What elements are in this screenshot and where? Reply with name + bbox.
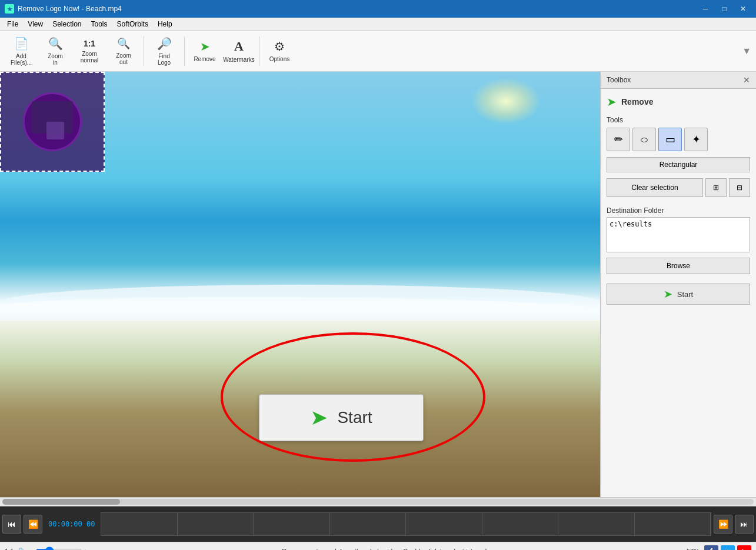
tick-6 [482,513,558,535]
remove-section-icon: ➤ [607,95,617,109]
start-button[interactable]: ➤ Start [607,284,750,305]
menu-tools[interactable]: Tools [86,19,112,29]
menu-bar: File View Selection Tools SoftOrbits Hel… [0,18,756,31]
menu-softorbits[interactable]: SoftOrbits [112,19,153,29]
title-bar: ★ Remove Logo Now! - Beach.mp4 ─ □ ✕ [0,0,756,18]
horizontal-scrollbar[interactable] [0,497,756,506]
timeline-track[interactable] [101,512,711,536]
remove-icon: ➤ [200,39,210,54]
toolbar-separator-3 [259,36,259,66]
browse-button[interactable]: Browse [607,258,750,274]
zoom-in-icon: 🔍 [48,36,63,51]
toolbox-title: Toolbox [607,76,631,84]
sun-glow [471,78,541,125]
scroll-thumb[interactable] [2,499,120,505]
watermarks-button[interactable]: A Watermarks [222,34,255,69]
options-icon: ⚙ [274,39,285,54]
watermarks-icon: A [234,39,244,54]
zoom-level: 57% [687,548,700,551]
brush-tool-button[interactable]: ⬭ [632,128,656,151]
add-files-icon: 📄 [14,36,29,51]
logo-selection-box[interactable] [0,72,105,172]
pencil-icon: ✏ [614,133,623,146]
zoom-slider-area[interactable]: − + [30,548,87,551]
timeline-back-button[interactable]: ⏪ [24,515,42,534]
rectangular-label: Rectangular [607,157,750,172]
logo-lock [46,122,64,139]
pencil-tool-button[interactable]: ✏ [607,128,630,151]
remove-header: ➤ Remove [607,95,750,109]
timeline-to-start-button[interactable]: ⏮ [2,515,21,534]
facebook-icon[interactable]: f [704,545,718,551]
zoom-out-button[interactable]: 🔍 Zoomout [107,34,140,69]
timeline: ⏮ ⏪ 00:00:00 00 ⏩ ⏭ [0,506,756,542]
zoom-normal-icon: 1:1 [84,39,95,48]
options-label: Options [269,56,289,62]
toolbar-separator-2 [184,36,185,66]
zoom-slider[interactable] [35,548,82,551]
options-button[interactable]: ⚙ Options [263,34,296,69]
magic-select-icon: ✦ [692,133,701,146]
menu-help[interactable]: Help [153,19,177,29]
zoom-out-icon: 🔍 [117,37,130,50]
find-logo-icon: 🔎 [157,36,172,51]
tick-1 [101,513,177,535]
select-all-icon: ⊞ [713,184,719,192]
toolbox-close-button[interactable]: ✕ [743,75,750,85]
add-files-button[interactable]: 📄 AddFile(s)... [5,34,38,69]
tick-8 [635,513,711,535]
zoom-in-label: Zoomin [48,53,63,66]
magic-select-tool-button[interactable]: ✦ [684,128,708,151]
zoom-out-label: Zoomout [116,52,131,65]
zoom-in-button[interactable]: 🔍 Zoomin [39,34,72,69]
rect-select-icon: ▭ [665,133,675,146]
minimize-button[interactable]: ─ [697,3,714,15]
timeline-to-end-button[interactable]: ⏭ [735,515,754,534]
zoom-normal-label: Zoomnormal [81,51,99,64]
status-social-icons: f 🐦 ▶ [704,545,751,551]
twitter-icon[interactable]: 🐦 [721,545,735,551]
menu-file[interactable]: File [2,19,23,29]
select-all-button[interactable]: ⊞ [705,178,727,197]
youtube-icon[interactable]: ▶ [737,545,751,551]
logo-shape [17,86,88,157]
menu-view[interactable]: View [23,19,48,29]
brush-icon: ⬭ [641,135,648,145]
zoom-plus-icon[interactable]: + [84,548,87,551]
remove-button[interactable]: ➤ Remove [188,34,221,69]
clear-selection-button[interactable]: Clear selection [607,178,703,197]
tick-3 [254,513,329,535]
start-label: Start [677,290,693,299]
toolbar-separator-1 [144,36,144,66]
tick-5 [406,513,482,535]
rect-select-tool-button[interactable]: ▭ [658,128,682,151]
app-icon: ★ [5,4,14,14]
find-logo-label: FindLogo [158,53,171,66]
maximize-button[interactable]: □ [716,3,732,15]
menu-selection[interactable]: Selection [48,19,86,29]
tick-2 [178,513,254,535]
timeline-forward-button[interactable]: ⏩ [714,515,732,534]
canvas-start-button[interactable]: ➤ Start [259,394,424,441]
toolbox-header: Toolbox ✕ [601,72,756,89]
toolbox-panel: Toolbox ✕ ➤ Remove Tools ✏ ⬭ ▭ ✦ [600,72,756,497]
destination-folder-label: Destination Folder [607,206,750,215]
tools-row: ✏ ⬭ ▭ ✦ [607,128,750,151]
scroll-track[interactable] [2,499,754,505]
find-logo-button[interactable]: 🔎 FindLogo [148,34,181,69]
toolbar-expand-icon[interactable]: ▼ [742,46,751,56]
close-button[interactable]: ✕ [735,3,751,15]
remove-label: Remove [194,56,215,62]
destination-folder-input[interactable]: c:\results [607,217,750,252]
start-arrow-icon: ➤ [664,288,672,301]
zoom-minus-icon[interactable]: − [30,548,34,551]
select-invert-icon: ⊟ [737,184,742,192]
tick-marks [101,513,711,535]
remove-section-title: Remove [621,97,653,106]
zoom-ratio-label: 1:1 [5,548,14,551]
zoom-normal-button[interactable]: 1:1 Zoomnormal [73,34,106,69]
window-title: Remove Logo Now! - Beach.mp4 [18,5,697,13]
tools-label: Tools [607,116,750,124]
select-invert-button[interactable]: ⊟ [729,178,750,197]
toolbox-body: ➤ Remove Tools ✏ ⬭ ▭ ✦ Rectangular [601,89,756,311]
